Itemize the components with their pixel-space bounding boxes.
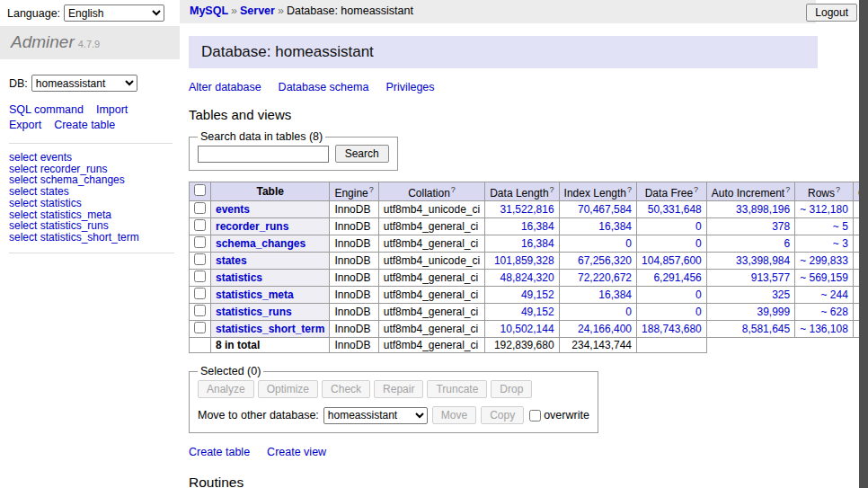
table-link-states[interactable]: states [216,254,247,267]
value-link[interactable]: 378 [772,220,790,233]
sidebar-action-export[interactable]: Export [9,118,41,133]
vertical-scrollbar[interactable] [859,0,868,488]
sidebar-item-select-states[interactable]: select states [9,186,174,198]
link-database-schema[interactable]: Database schema [279,81,369,93]
value-link[interactable]: 67,256,320 [578,254,632,267]
value-link[interactable]: 16,384 [521,220,554,233]
table-link-statistics[interactable]: statistics [216,271,262,284]
table-link-recorder-runs[interactable]: recorder_runs [216,220,288,233]
search-fieldset: Search data in tables (8) Search [189,130,398,171]
value-link[interactable]: 913,577 [751,271,790,284]
value-link[interactable]: 6 [784,237,790,250]
copy-button[interactable]: Copy [481,406,524,424]
value-link[interactable]: 49,152 [521,288,554,301]
value-link[interactable]: 33,898,196 [736,203,790,216]
help-link[interactable]: ? [785,185,790,194]
value-link[interactable]: 49,152 [521,306,554,318]
move-db-select[interactable]: homeassistant [323,407,428,424]
selected-action-analyze[interactable]: Analyze [198,380,254,398]
search-input[interactable] [198,146,329,163]
table-name-cell: statistics_meta [211,287,330,304]
value-link[interactable]: 188,743,680 [642,323,702,335]
breadcrumb-link-server[interactable]: Server [240,4,275,17]
sidebar-item-select-events[interactable]: select events [9,152,174,164]
help-link[interactable]: ? [627,185,632,194]
link-alter-database[interactable]: Alter database [189,81,261,93]
value-link[interactable]: 0 [695,220,702,233]
value-link[interactable]: ~ 5 [833,220,848,233]
link-privileges[interactable]: Privileges [385,81,434,93]
row-checkbox[interactable] [194,271,206,282]
row-checkbox[interactable] [194,305,206,316]
row-checkbox[interactable] [194,322,206,333]
help-link[interactable]: ? [836,185,840,194]
value-link[interactable]: 31,522,816 [500,203,554,216]
table-link-schema-changes[interactable]: schema_changes [216,237,306,250]
move-button[interactable]: Move [432,406,476,424]
language-select[interactable]: English [64,4,164,22]
db-select[interactable]: homeassistant [31,75,137,92]
value-link[interactable]: ~ 299,833 [800,254,848,267]
value-link[interactable]: ~ 569,159 [800,271,848,284]
overwrite-checkbox[interactable] [529,410,541,421]
value-link[interactable]: 10,502,144 [500,323,554,335]
rows-cell: ~ 628 [795,304,854,321]
value-link[interactable]: 33,398,984 [736,254,790,267]
selected-action-drop[interactable]: Drop [491,380,532,398]
value-link[interactable]: 50,331,648 [648,203,702,216]
sidebar-action-create-table[interactable]: Create table [54,118,115,133]
value-link[interactable]: 70,467,584 [578,203,632,216]
value-link[interactable]: 16,384 [598,220,632,233]
table-link-statistics-meta[interactable]: statistics_meta [216,288,294,301]
row-checkbox[interactable] [194,202,206,214]
value-link[interactable]: ~ 312,180 [800,203,848,216]
logo-band: Adminer4.7.9 [0,26,180,59]
value-link[interactable]: 24,166,400 [578,323,632,335]
row-checkbox[interactable] [194,288,206,299]
value-link[interactable]: 0 [695,237,702,250]
value-link[interactable]: 8,581,645 [742,323,790,335]
value-link[interactable]: 325 [772,288,790,301]
selected-action-check[interactable]: Check [322,380,370,398]
row-checkbox[interactable] [194,219,206,231]
selected-action-repair[interactable]: Repair [374,380,423,398]
row-checkbox[interactable] [194,236,206,248]
value-link[interactable]: ~ 244 [821,288,848,301]
table-link-statistics-short-term[interactable]: statistics_short_term [216,323,324,335]
sidebar-action-import[interactable]: Import [96,102,128,118]
link-create-table[interactable]: Create table [189,446,250,458]
selected-action-truncate[interactable]: Truncate [427,380,487,398]
value-link[interactable]: 16,384 [521,237,554,250]
value-link[interactable]: 101,859,328 [494,254,554,267]
table-link-events[interactable]: events [216,203,250,216]
value-link[interactable]: 72,220,672 [578,271,632,284]
help-link[interactable]: ? [369,185,374,194]
app-logo[interactable]: Adminer [11,32,75,51]
value-link[interactable]: 6,291,456 [653,271,701,284]
value-link[interactable]: 16,384 [598,288,632,301]
value-link[interactable]: ~ 3 [833,237,848,250]
help-link[interactable]: ? [550,185,554,194]
selected-action-optimize[interactable]: Optimize [258,380,318,398]
value-link[interactable]: 0 [695,306,702,318]
help-link[interactable]: ? [451,185,456,194]
value-link[interactable]: 0 [625,306,632,318]
value-link[interactable]: 0 [625,237,632,250]
table-link-statistics-runs[interactable]: statistics_runs [216,306,292,318]
breadcrumb-link-mysql[interactable]: MySQL [190,4,228,17]
value-link[interactable]: ~ 136,108 [800,323,848,335]
value-link[interactable]: 48,824,320 [500,271,554,284]
logout-button[interactable]: Logout [806,4,857,22]
value-link[interactable]: 39,999 [757,306,790,318]
search-button[interactable]: Search [335,145,389,163]
help-link[interactable]: ? [694,185,698,194]
link-create-view[interactable]: Create view [267,446,326,458]
value-link[interactable]: ~ 628 [821,306,848,318]
sidebar-action-sql-command[interactable]: SQL command [9,102,84,118]
row-checkbox[interactable] [194,253,206,265]
select-all-checkbox[interactable] [194,184,206,196]
value-link[interactable]: 0 [695,288,702,301]
sidebar-item-select-statistics-short-term[interactable]: select statistics_short_term [9,232,174,244]
sidebar-item-select-statistics[interactable]: select statistics [9,198,174,209]
value-link[interactable]: 104,857,600 [642,254,702,267]
